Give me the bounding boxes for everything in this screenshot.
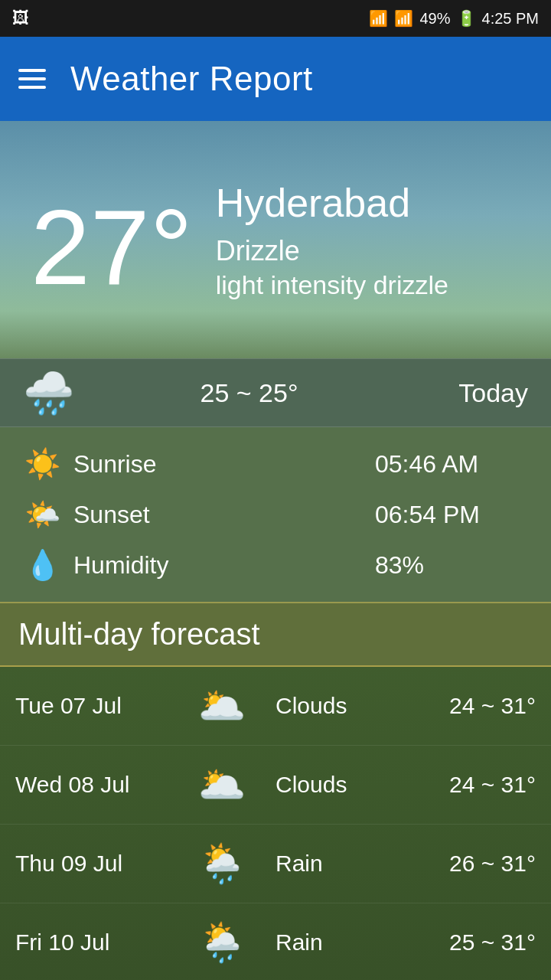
battery-level: 49%	[419, 10, 450, 28]
today-strip: 🌧️ 25 ~ 25° Today	[0, 358, 551, 427]
forecast-icon-2: 🌦️	[191, 841, 253, 886]
weather-description: light intensity drizzle	[216, 270, 448, 300]
city-name: Hyderabad	[216, 180, 448, 226]
humidity-icon: 💧	[23, 548, 61, 582]
battery-icon: 🔋	[457, 9, 476, 28]
sunrise-icon: ☀️	[23, 447, 61, 481]
forecast-icon-0: 🌥️	[191, 684, 253, 728]
forecast-condition-0: Clouds	[260, 693, 406, 719]
forecast-icon-3: 🌦️	[191, 920, 253, 965]
forecast-temp-0: 24 ~ 31°	[413, 693, 536, 719]
humidity-row: 💧 Humidity 83%	[23, 544, 528, 586]
weather-condition: Drizzle	[216, 235, 448, 267]
menu-button[interactable]	[18, 69, 46, 89]
hero-info: Hyderabad Drizzle light intensity drizzl…	[216, 180, 448, 300]
today-temp-range: 25 ~ 25°	[93, 378, 406, 408]
forecast-row-3: Fri 10 Jul 🌦️ Rain 25 ~ 31°	[0, 903, 551, 980]
forecast-condition-2: Rain	[260, 851, 406, 877]
app-bar: Weather Report	[0, 37, 551, 121]
forecast-row-2: Thu 09 Jul 🌦️ Rain 26 ~ 31°	[0, 825, 551, 903]
sunset-icon: 🌤️	[23, 498, 61, 531]
forecast-day-3: Fri 10 Jul	[15, 929, 184, 956]
today-weather-icon: 🌧️	[23, 369, 74, 417]
forecast-condition-1: Clouds	[260, 772, 406, 798]
sunset-label: Sunset	[73, 501, 363, 529]
multiday-header: Multi-day forecast	[0, 603, 551, 667]
app-title: Weather Report	[70, 60, 313, 98]
humidity-label: Humidity	[73, 551, 363, 580]
signal-icon: 📶	[394, 9, 413, 28]
multiday-title: Multi-day forecast	[18, 617, 260, 651]
status-bar: 🖼 📶 📶 49% 🔋 4:25 PM	[0, 0, 551, 37]
forecast-list: Tue 07 Jul 🌥️ Clouds 24 ~ 31° Wed 08 Jul…	[0, 667, 551, 980]
sunrise-row: ☀️ Sunrise 05:46 AM	[23, 443, 528, 485]
humidity-value: 83%	[375, 551, 528, 580]
sunset-row: 🌤️ Sunset 06:54 PM	[23, 493, 528, 536]
forecast-day-2: Thu 09 Jul	[15, 851, 184, 877]
forecast-icon-1: 🌥️	[191, 763, 253, 807]
clock: 4:25 PM	[482, 10, 539, 28]
forecast-day-0: Tue 07 Jul	[15, 693, 184, 719]
status-left: 🖼	[12, 8, 29, 28]
image-icon: 🖼	[12, 8, 29, 28]
hero-section: 27° Hyderabad Drizzle light intensity dr…	[0, 121, 551, 358]
sunrise-value: 05:46 AM	[375, 450, 528, 479]
status-right: 📶 📶 49% 🔋 4:25 PM	[369, 9, 539, 28]
forecast-temp-3: 25 ~ 31°	[413, 929, 536, 956]
forecast-condition-3: Rain	[260, 929, 406, 956]
forecast-temp-1: 24 ~ 31°	[413, 772, 536, 798]
sunrise-label: Sunrise	[73, 450, 363, 479]
forecast-row-1: Wed 08 Jul 🌥️ Clouds 24 ~ 31°	[0, 746, 551, 825]
today-label: Today	[406, 378, 528, 408]
current-temperature: 27°	[31, 194, 193, 301]
wifi-icon: 📶	[369, 9, 388, 28]
forecast-day-1: Wed 08 Jul	[15, 772, 184, 798]
forecast-row-0: Tue 07 Jul 🌥️ Clouds 24 ~ 31°	[0, 667, 551, 746]
details-section: ☀️ Sunrise 05:46 AM 🌤️ Sunset 06:54 PM 💧…	[0, 427, 551, 603]
forecast-temp-2: 26 ~ 31°	[413, 851, 536, 877]
sunset-value: 06:54 PM	[375, 501, 528, 529]
